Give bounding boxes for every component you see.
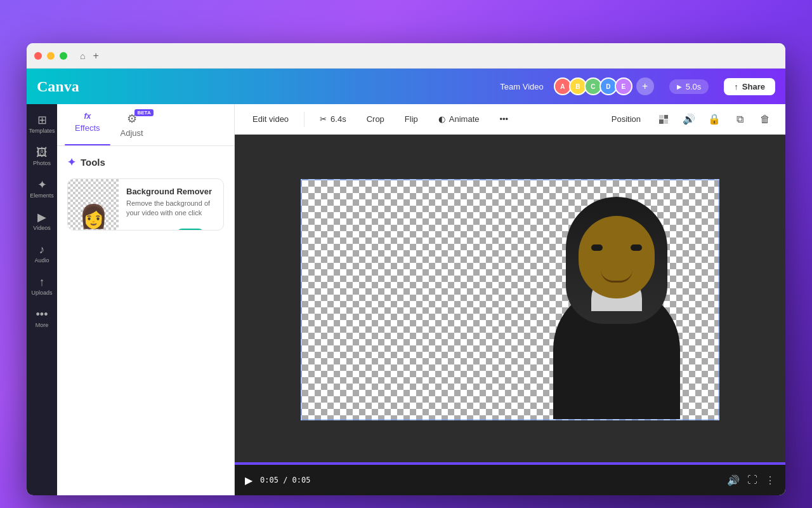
tools-sparkle-icon: ✦ (67, 156, 75, 168)
flip-label: Flip (405, 114, 418, 124)
duration-label: 6.4s (331, 114, 346, 124)
sidebar-item-photos[interactable]: 🖼 Photos (28, 142, 56, 171)
volume-button-bottom[interactable]: 🔊 (727, 474, 740, 486)
canvas-content (301, 179, 719, 420)
crop-button[interactable]: Crop (359, 110, 392, 128)
smile (601, 270, 632, 283)
tab-adjust-label: Adjust (121, 128, 143, 138)
panel-tabs: fx Effects ⚙ Adjust BETA (57, 104, 234, 146)
sidebar-item-uploads[interactable]: ↑ Uploads (28, 271, 56, 301)
fullscreen-button[interactable]: ⛶ (747, 474, 757, 486)
transparency-button[interactable] (653, 109, 674, 130)
more-options-icon: ••• (500, 114, 509, 124)
edit-toolbar: Edit video ✂ 6.4s Crop Flip ◐ Animate (235, 104, 785, 135)
crop-label: Crop (367, 114, 384, 124)
more-icon: ••• (36, 309, 48, 320)
browser-window: ⌂ + Canva Team Video A B C D E + ▶ 5.0s … (27, 43, 785, 495)
animate-button[interactable]: ◐ Animate (431, 110, 487, 128)
progress-fill (235, 462, 785, 465)
delete-button[interactable]: 🗑 (755, 109, 775, 130)
animate-icon: ◐ (438, 114, 445, 124)
sidebar-item-videos[interactable]: ▶ Videos (28, 206, 56, 236)
sidebar-label-elements: Elements (30, 192, 54, 199)
time-separator: / (283, 476, 292, 485)
collaborators-avatars: A B C D E + (554, 77, 654, 95)
duplicate-button[interactable]: ⧉ (730, 109, 750, 130)
play-duration[interactable]: ▶ 5.0s (669, 79, 709, 94)
left-eye (591, 244, 603, 251)
toolbar-right: Position 🔊 🔒 ⧉ 🗑 (604, 109, 775, 130)
browser-bar: ⌂ + (27, 43, 785, 69)
team-label: Team Video (500, 82, 543, 91)
tab-effects[interactable]: fx Effects (65, 104, 110, 145)
avatar-5[interactable]: E (615, 77, 632, 95)
tools-label: Tools (81, 157, 105, 168)
bg-remover-info: Background Remover Remove the background… (119, 179, 223, 230)
add-collaborator-button[interactable]: + (636, 77, 654, 95)
position-label: Position (612, 114, 641, 124)
new-tab-button[interactable]: + (93, 50, 98, 62)
main-area: ⊞ Templates 🖼 Photos ✦ Elements ▶ Videos… (27, 104, 785, 495)
edit-video-button[interactable]: Edit video (245, 110, 296, 128)
scissors-icon: ✂ (320, 114, 327, 124)
bottom-bar: ▶ 0:05 / 0:05 🔊 ⛶ ⋮ (235, 465, 785, 495)
canvas-area[interactable] (235, 135, 785, 465)
face-shape (579, 216, 655, 298)
share-icon: ↑ (734, 82, 738, 91)
traffic-light-red[interactable] (34, 52, 42, 60)
share-label: Share (742, 82, 765, 91)
elements-icon: ✦ (37, 179, 47, 190)
bg-remover-description: Remove the background of your video with… (126, 199, 216, 218)
flip-button[interactable]: Flip (397, 110, 426, 128)
time-display: 0:05 / 0:05 (260, 476, 311, 485)
more-button-bottom[interactable]: ⋮ (765, 474, 775, 486)
toolbar-divider-1 (304, 112, 304, 127)
sidebar-label-photos: Photos (33, 160, 51, 166)
left-sidebar: ⊞ Templates 🖼 Photos ✦ Elements ▶ Videos… (27, 104, 57, 495)
tools-header: ✦ Tools (67, 156, 224, 168)
play-icon: ▶ (677, 83, 682, 90)
animate-label: Animate (449, 114, 480, 124)
videos-icon: ▶ (37, 211, 46, 223)
person-render (540, 197, 693, 419)
lock-button[interactable]: 🔒 (704, 109, 724, 130)
uploads-icon: ↑ (39, 276, 45, 288)
sidebar-item-elements[interactable]: ✦ Elements (28, 174, 56, 204)
tab-adjust[interactable]: ⚙ Adjust BETA (110, 104, 154, 145)
right-eye (631, 244, 642, 251)
canva-logo: Canva (37, 78, 79, 95)
photos-icon: 🖼 (36, 147, 48, 158)
sidebar-item-more[interactable]: ••• More (28, 304, 56, 333)
sidebar-label-uploads: Uploads (31, 290, 52, 296)
templates-icon: ⊞ (37, 114, 47, 126)
beta-badge: BETA (134, 109, 153, 116)
duration-button[interactable]: ✂ 6.4s (312, 110, 354, 128)
effects-panel: fx Effects ⚙ Adjust BETA ✦ Tools (57, 104, 235, 495)
traffic-light-yellow[interactable] (47, 52, 55, 60)
total-time: 0:05 (292, 476, 311, 485)
share-button[interactable]: ↑ Share (724, 78, 775, 95)
duration-label: 5.0s (686, 82, 702, 91)
cursor-user-name: Liam (176, 229, 204, 231)
progress-bar[interactable] (235, 462, 785, 465)
traffic-light-green[interactable] (60, 52, 67, 60)
edit-video-label: Edit video (252, 114, 289, 124)
sidebar-label-audio: Audio (34, 257, 49, 264)
volume-button[interactable]: 🔊 (679, 109, 699, 130)
bg-remover-title: Background Remover (126, 187, 216, 196)
play-button[interactable]: ▶ (245, 474, 252, 486)
position-button[interactable]: Position (604, 110, 648, 128)
transparency-icon (659, 115, 668, 124)
background-remover-card[interactable]: Background Remover Remove the background… (67, 178, 224, 231)
sidebar-label-more: More (36, 322, 49, 328)
sidebar-label-videos: Videos (33, 225, 50, 231)
bg-remover-thumbnail (68, 179, 119, 230)
thumbnail-image (68, 179, 119, 230)
audio-icon: ♪ (39, 244, 45, 255)
right-area: Edit video ✂ 6.4s Crop Flip ◐ Animate (235, 104, 785, 495)
more-options-button[interactable]: ••• (492, 110, 516, 128)
home-icon[interactable]: ⌂ (80, 51, 85, 61)
sidebar-label-templates: Templates (29, 128, 55, 134)
sidebar-item-audio[interactable]: ♪ Audio (28, 239, 56, 269)
sidebar-item-templates[interactable]: ⊞ Templates (28, 109, 56, 139)
